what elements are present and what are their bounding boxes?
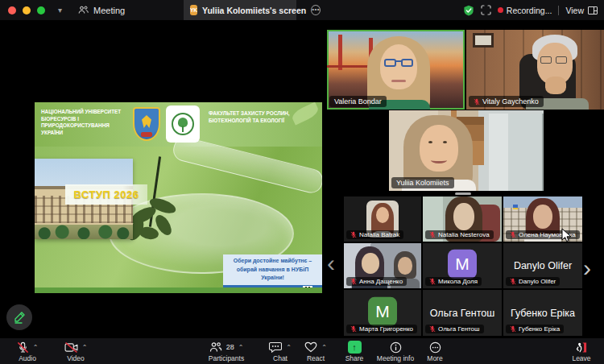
- person-face: [380, 44, 417, 89]
- participant-name-label: Ольга Гентош: [425, 325, 484, 333]
- muted-mic-icon: [350, 278, 357, 285]
- avatar-letter: M: [375, 301, 390, 321]
- muted-mic-icon: [510, 231, 516, 238]
- video-tile-valeria-bondar[interactable]: Valeria Bondar: [327, 30, 465, 110]
- name-text: Yuliia Kolomiiets: [396, 179, 449, 187]
- annotate-button[interactable]: [6, 304, 32, 330]
- eye: [443, 141, 447, 143]
- name-text: Губенко Еріка: [519, 325, 560, 333]
- tab-meeting[interactable]: Meeting: [78, 6, 125, 15]
- react-button[interactable]: ⌃ React: [295, 338, 337, 364]
- video-tile-vitaly-gaychenko[interactable]: Vitaly Gaychenko: [466, 30, 604, 110]
- view-label: View: [565, 6, 584, 15]
- recording-label: Recording...: [507, 6, 552, 15]
- close-window-button[interactable]: [8, 6, 16, 14]
- view-grid-icon: [588, 6, 598, 14]
- muted-mic-icon: [350, 325, 357, 333]
- video-options-chevron[interactable]: ⌃: [82, 344, 88, 351]
- previous-page-chevron[interactable]: ‹: [327, 251, 335, 275]
- video-tile-marta-hryhorenko[interactable]: M Марта Григоренко: [344, 290, 421, 336]
- chat-options-chevron[interactable]: ⌃: [286, 344, 292, 351]
- share-button[interactable]: ↑ Share: [337, 338, 372, 364]
- person-face: [362, 253, 379, 274]
- name-text: Danylo Olifer: [519, 278, 556, 285]
- tab-options-icon[interactable]: •••: [311, 5, 321, 15]
- video-button[interactable]: ⌃ Video: [53, 338, 98, 364]
- more-button[interactable]: More: [417, 338, 453, 364]
- name-text: Анна Дащенко: [359, 278, 403, 285]
- name-text: Микола Доля: [438, 278, 478, 285]
- name-text: Ольга Гентош: [438, 325, 480, 333]
- glasses: [401, 59, 413, 67]
- mic-muted-icon: [17, 341, 29, 354]
- name-text: Natalia Batrak: [359, 231, 399, 238]
- yk-avatar-badge: YK: [190, 5, 197, 15]
- tab-screen-share-label: Yuliia Kolomiiets's screen: [202, 6, 306, 15]
- title-bar: ▾ Meeting YK Yuliia Kolomiiets's screen …: [0, 0, 604, 20]
- participants-options-chevron[interactable]: ⌃: [238, 344, 244, 351]
- muted-mic-icon: [429, 278, 436, 285]
- video-tile-hubenko-erika[interactable]: Губенко Еріка Губенко Еріка: [503, 290, 582, 336]
- react-options-chevron[interactable]: ⌃: [321, 344, 327, 351]
- second-person-face: [398, 257, 412, 275]
- participant-name-label: Valeria Bondar: [329, 96, 387, 107]
- shared-screen-slide: НАЦІОНАЛЬНИЙ УНІВЕРСИТЕТ БІОРЕСУРСІВ І П…: [35, 102, 322, 293]
- encryption-shield-icon[interactable]: [463, 5, 474, 16]
- mouth: [391, 80, 406, 82]
- audio-button[interactable]: ⌃ Audio: [5, 338, 50, 364]
- muted-mic-icon: [510, 278, 516, 285]
- glasses: [540, 56, 552, 64]
- muted-mic-icon: [429, 231, 436, 238]
- chevron-down-icon[interactable]: ▾: [58, 6, 62, 14]
- participants-button[interactable]: 28 ⌃ Participants: [198, 338, 254, 364]
- video-tile-yuliia-kolomiiets[interactable]: Yuliia Kolomiiets: [389, 110, 544, 191]
- chat-label: Chat: [273, 354, 288, 362]
- video-tile-olha-hentosh[interactable]: Ольга Гентош Ольга Гентош: [423, 290, 502, 336]
- tab-screen-share[interactable]: YK Yuliia Kolomiiets's screen •••: [184, 0, 296, 20]
- video-tile-danylo-olifer[interactable]: Danylo Olifer Danylo Olifer: [503, 243, 582, 288]
- eye: [428, 141, 432, 143]
- participant-name-label: Natalia Nesterova: [425, 230, 494, 239]
- person-face: [420, 125, 458, 172]
- admission-heading: ВСТУП 2026: [74, 188, 139, 201]
- glasses-bridge: [395, 60, 402, 62]
- audio-options-chevron[interactable]: ⌃: [33, 344, 39, 351]
- video-tile-natalia-nesterova[interactable]: Natalia Nesterova: [423, 196, 502, 242]
- slide-body: ВСТУП 2026 Обери достойне майбутнє – оби…: [35, 147, 322, 287]
- recording-indicator[interactable]: Recording...: [498, 6, 552, 15]
- name-text: Natalia Nesterova: [438, 231, 490, 238]
- video-tile-mykola-dolia[interactable]: M Микола Доля: [423, 243, 502, 288]
- person-face: [533, 205, 552, 229]
- minimize-window-button[interactable]: [23, 6, 31, 14]
- name-text: Vitaly Gaychenko: [482, 97, 539, 105]
- meeting-info-button[interactable]: Meeting info: [369, 338, 422, 364]
- pencil-icon: [13, 311, 26, 324]
- share-screen-icon: ↑: [348, 341, 362, 354]
- chat-icon: [269, 341, 282, 353]
- participants-label: Participants: [209, 354, 244, 362]
- participant-name-label: Губенко Еріка: [506, 325, 564, 333]
- video-tile-natalia-batrak[interactable]: Natalia Batrak: [344, 196, 421, 242]
- muted-mic-icon: [510, 325, 516, 333]
- letter-avatar: M: [448, 250, 477, 279]
- leave-button[interactable]: Leave: [564, 338, 599, 364]
- participant-name-label: Danylo Olifer: [506, 277, 560, 286]
- muted-mic-icon: [429, 325, 436, 333]
- slide-footer-strip: [35, 287, 322, 293]
- focus-frame-icon[interactable]: [481, 5, 491, 15]
- letter-avatar: M: [368, 296, 397, 325]
- video-tile-anna-dashchenko[interactable]: Анна Дащенко: [344, 243, 421, 288]
- panel-drag-handle[interactable]: [455, 192, 471, 195]
- zoom-window-button[interactable]: [37, 6, 45, 14]
- more-label: More: [427, 354, 442, 362]
- university-name: НАЦІОНАЛЬНИЙ УНІВЕРСИТЕТ БІОРЕСУРСІВ І П…: [41, 109, 128, 137]
- react-label: React: [307, 354, 325, 362]
- next-page-chevron[interactable]: ›: [583, 256, 591, 280]
- university-crest-logo: [133, 107, 160, 141]
- view-button[interactable]: View: [565, 6, 598, 15]
- more-icon: [429, 341, 441, 354]
- glass-cabinet: [489, 114, 544, 191]
- faculty-name: ФАКУЛЬТЕТ ЗАХИСТУ РОСЛИН, БІОТЕХНОЛОГІЙ …: [209, 110, 305, 124]
- avatar-letter: M: [455, 254, 470, 274]
- person-face: [453, 203, 474, 230]
